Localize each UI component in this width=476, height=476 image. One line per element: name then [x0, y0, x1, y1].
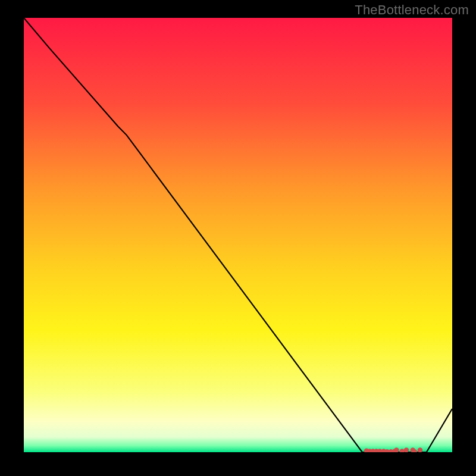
watermark-label: TheBottleneck.com	[355, 2, 469, 18]
chart-svg	[24, 18, 452, 452]
plot-area	[24, 18, 452, 452]
chart-frame: TheBottleneck.com	[0, 0, 476, 476]
gradient-background	[24, 18, 452, 452]
